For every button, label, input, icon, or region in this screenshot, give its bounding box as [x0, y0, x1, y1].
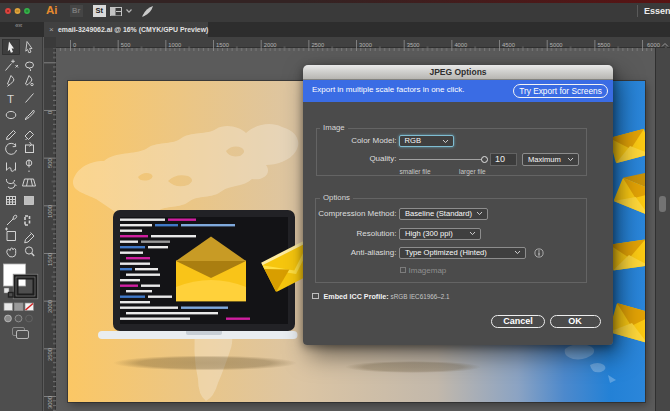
svg-text:2500: 2500: [311, 42, 324, 48]
svg-text:4500: 4500: [502, 42, 515, 48]
svg-text:5500: 5500: [597, 42, 610, 48]
svg-text:0: 0: [47, 111, 53, 114]
svg-text:2500: 2500: [47, 348, 53, 361]
svg-text:3500: 3500: [407, 42, 420, 48]
svg-text:5000: 5000: [550, 42, 563, 48]
svg-text:1000: 1000: [47, 205, 53, 218]
svg-text:1500: 1500: [47, 253, 53, 266]
svg-text:0: 0: [73, 42, 76, 48]
svg-text:1500: 1500: [216, 42, 229, 48]
svg-text:3000: 3000: [47, 396, 53, 409]
svg-text:3000: 3000: [359, 42, 372, 48]
svg-text:500: 500: [47, 158, 53, 168]
svg-text:T: T: [7, 93, 14, 105]
svg-text:4000: 4000: [454, 42, 467, 48]
svg-text:1000: 1000: [168, 42, 181, 48]
svg-text:500: 500: [121, 42, 131, 48]
svg-text:2000: 2000: [47, 300, 53, 313]
svg-text:2000: 2000: [264, 42, 277, 48]
